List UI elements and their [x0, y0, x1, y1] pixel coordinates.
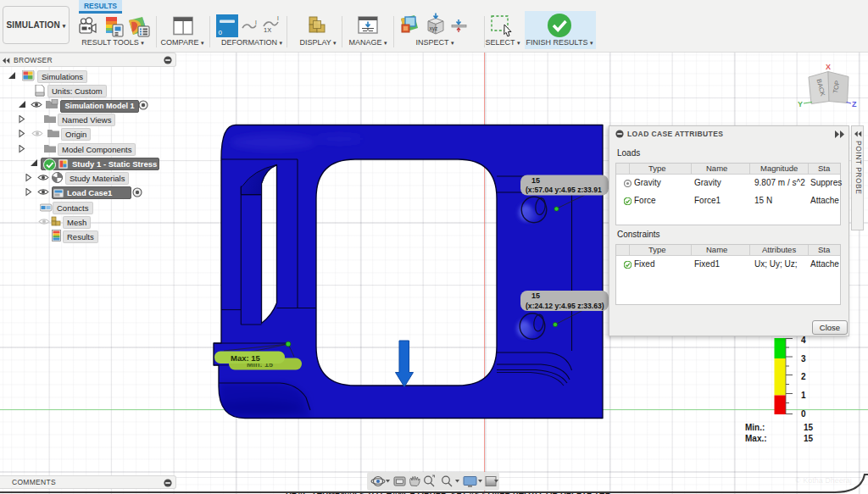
svg-text:1: 1 [801, 391, 806, 400]
svg-text:2: 2 [801, 372, 806, 381]
svg-text:X: X [826, 63, 831, 71]
svg-text:4: 4 [801, 336, 806, 345]
svg-text:Max: 15: Max: 15 [231, 353, 261, 363]
svg-text:Y: Y [798, 100, 803, 108]
svg-text:15: 15 [531, 291, 540, 300]
svg-text:3: 3 [801, 354, 806, 364]
svg-text:xyz: xyz [430, 25, 438, 32]
svg-text:15: 15 [531, 176, 540, 185]
svg-text:(x:57.04 y:4.95 z:33.91: (x:57.04 y:4.95 z:33.91 [526, 186, 602, 194]
svg-text:Z: Z [852, 100, 857, 108]
svg-text:I: I [255, 19, 257, 25]
svg-text:0: 0 [219, 29, 223, 36]
svg-text:(x:24.12 y:4.95 z:33.63): (x:24.12 y:4.95 z:33.63) [526, 302, 604, 310]
svg-text:I: I [277, 15, 279, 21]
svg-text:1X: 1X [264, 26, 271, 34]
svg-text:0: 0 [801, 409, 806, 419]
